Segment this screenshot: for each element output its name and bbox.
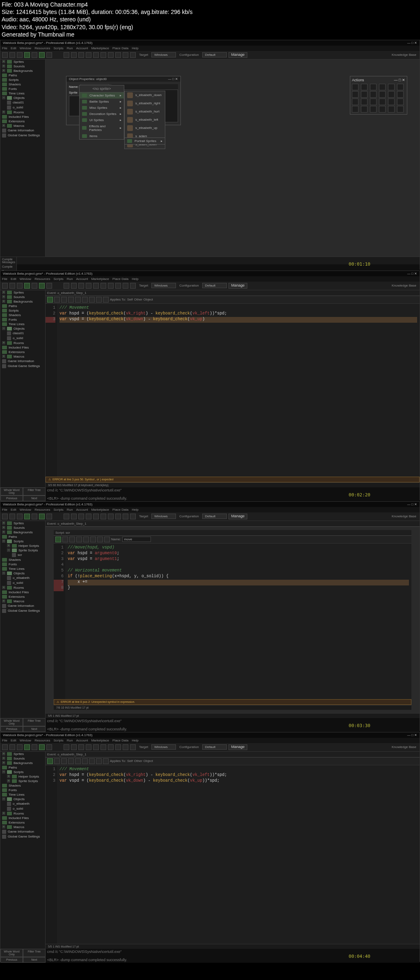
- frame-2: Watstock Beta.project.gmx* - Professiona…: [0, 271, 420, 500]
- applies-object[interactable]: Object: [144, 298, 153, 301]
- actions-panel[interactable]: Actions— □ ✕: [350, 76, 407, 115]
- sound-icon[interactable]: [71, 52, 77, 58]
- file-info: File: 003 A Moving Character.mp4 Size: 1…: [0, 0, 420, 39]
- code-tab[interactable]: Event: o_elisabeth_Step_1: [46, 290, 420, 296]
- clean-icon[interactable]: [39, 52, 45, 58]
- sprite-context-menu[interactable]: <no sprite> Character Sprites▸ Battle Sp…: [79, 85, 124, 140]
- timestamp: 00:01:10: [349, 262, 370, 267]
- manage-button[interactable]: Manage: [228, 52, 248, 58]
- error-bar: ⚠ERROR at line 3 pos 56: Symbol , or ) e…: [46, 477, 420, 482]
- timeline-icon[interactable]: [115, 52, 121, 58]
- frame-4: Watstock Beta.project.gmx* - Professiona…: [0, 732, 420, 962]
- menubar[interactable]: FileEditWindowResourcesScriptsRunAccount…: [0, 46, 420, 51]
- room-icon[interactable]: [130, 52, 136, 58]
- frame-1: Watstock Beta.project.gmx* - Professiona…: [0, 40, 420, 270]
- knowledge-link[interactable]: Knowledge Base: [392, 53, 416, 57]
- open-icon[interactable]: [9, 52, 15, 58]
- config-select[interactable]: Default: [202, 52, 227, 57]
- toolbar: Target Windows Configuration Default Man…: [0, 51, 420, 60]
- run-icon[interactable]: [24, 52, 30, 58]
- script-name-input[interactable]: [122, 537, 151, 542]
- code-editor[interactable]: 123 /// Movement var hspd = (keyboard_ch…: [46, 765, 420, 944]
- config-label: Configuration: [179, 53, 199, 57]
- applies-self[interactable]: Self: [127, 298, 133, 301]
- new-icon[interactable]: [2, 52, 8, 58]
- status-bar: 3/3 60 INS Modified 17 pt keyboard_check…: [46, 482, 420, 487]
- sprite-icon[interactable]: [64, 52, 69, 58]
- resource-tree[interactable]: +Sprites +Sounds +Backgrounds Paths Scri…: [0, 60, 46, 257]
- target-label: Target: [139, 53, 148, 57]
- target-select[interactable]: Windows: [151, 52, 176, 57]
- script-icon[interactable]: [93, 52, 99, 58]
- sprite-submenu2[interactable]: Portrait Sprites▸: [124, 138, 165, 145]
- script-editor[interactable]: 12345678 ///move(hspd, vspd) var hspd = …: [54, 544, 411, 699]
- code-editor[interactable]: 123 /// Movement var hspd = (keyboard_ch…: [46, 304, 420, 477]
- frame-3: Watstock Beta.project.gmx* - Professiona…: [0, 501, 420, 731]
- object-icon[interactable]: [123, 52, 128, 58]
- bg-icon[interactable]: [78, 52, 84, 58]
- save-icon[interactable]: [17, 52, 23, 58]
- titlebar: Watstock Beta.project.gmx* - Professiona…: [0, 40, 420, 46]
- applies-other[interactable]: Other: [134, 298, 142, 301]
- shader-icon[interactable]: [100, 52, 106, 58]
- stop-icon[interactable]: [46, 52, 52, 58]
- font-icon[interactable]: [108, 52, 114, 58]
- confirm-icon[interactable]: [47, 297, 53, 303]
- debug-icon[interactable]: [32, 52, 37, 58]
- path-icon[interactable]: [86, 52, 91, 58]
